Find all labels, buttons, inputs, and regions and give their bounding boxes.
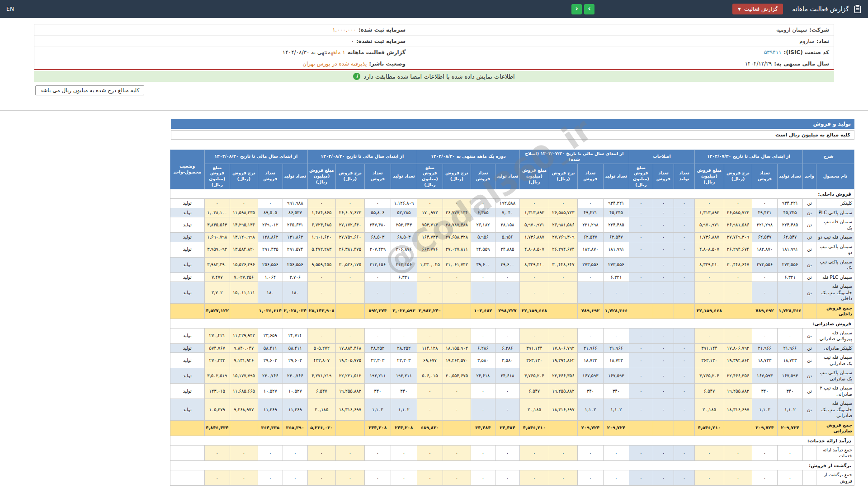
value-cell: ۷۸۹,۶۹۲	[577, 303, 603, 319]
product-status-cell: تولید	[170, 328, 204, 343]
value-cell: ۰	[629, 242, 653, 257]
value-cell: ۰	[549, 445, 577, 460]
unit-cell: تن	[802, 217, 816, 233]
value-cell: ۰	[653, 199, 674, 208]
product-name-cell: سیمان فله تیپ یک	[816, 217, 854, 233]
value-cell: ۰	[752, 328, 777, 343]
value-cell: ۲۴,۷۱۴	[283, 328, 307, 343]
desc-column-group: شرح	[802, 150, 854, 164]
value-cell: ۲۸,۷۸۷,۴۸۸	[443, 217, 471, 233]
value-cell: ۳۶۳,۱۳۰	[694, 353, 724, 368]
value-cell: ۱۹,۴۶۲,۵۷۰	[443, 353, 471, 368]
value-cell: ۱,۳۱۳,۸۹۳	[519, 208, 549, 217]
value-cell: ۸۹,۵۰۵	[258, 208, 283, 217]
value-cell: ۰	[674, 257, 694, 272]
value-cell: ۰	[417, 399, 443, 421]
sub-column-header: تعداد فروش	[653, 164, 674, 189]
value-cell: ۱۲۸,۸۶۲	[258, 233, 283, 242]
unit-cell: تن	[802, 199, 816, 208]
value-cell: ۰	[629, 368, 653, 384]
sub-column-header: تعداد فروش	[752, 164, 777, 189]
value-cell: ۴,۸۰۸,۵۰۷	[694, 242, 724, 257]
value-cell: ۲۴۴,۲۰۸	[364, 420, 391, 436]
value-cell: ۰	[653, 272, 674, 282]
value-cell: ۴,۸۰۸,۵۰۷	[519, 242, 549, 257]
product-row: کلینکرتن۹۳۴,۲۲۱۰۰۰۰۰۰۹۳۴,۲۲۱۰۰۰۱۹۲,۵۸۸۰۰…	[170, 199, 854, 208]
value-cell: ۲۶,۲۹۴,۶۷۴	[724, 242, 752, 257]
info-field: سرمایه ثبت شده:۱,۰۰۰,۰۰۰	[34, 24, 410, 35]
value-cell: ۲۰۹,۷۲۴	[752, 420, 777, 436]
value-cell: ۱۷۰,۹۷۲	[417, 208, 443, 217]
language-toggle-en[interactable]: EN	[6, 6, 14, 12]
value-cell: ۲۴,۸۸۵	[495, 242, 519, 257]
value-cell: ۱۹۲,۵۸۸	[495, 199, 519, 208]
value-cell: ۱۰۲,۶۸۲	[471, 303, 495, 319]
value-cell: ۰	[307, 445, 335, 460]
value-cell: ۰	[674, 282, 694, 304]
value-cell: ۳۹,۶۰۰	[495, 257, 519, 272]
value-cell: ۸۶,۵۳۷	[283, 208, 307, 217]
value-cell: ۰	[629, 282, 653, 304]
value-cell: ۰	[674, 353, 694, 368]
value-cell: ۰	[603, 445, 629, 460]
sub-column-header: مبلغ فروش (میلیون ریال)	[694, 164, 724, 189]
value-cell: ۲۹,۶۰۳	[283, 353, 307, 368]
value-cell: ۱۶۷,۵۹۳	[752, 368, 777, 384]
value-cell: ۱,۰۶۴	[258, 272, 283, 282]
total-row: جمع فروش صادراتی۲۰۹,۷۲۴۲۰۹,۷۲۴۴,۵۴۶,۲۱۰۲…	[170, 420, 854, 436]
sub-column-header: تعداد فروش	[364, 164, 391, 189]
value-cell: ۶,۳۲۱	[777, 272, 802, 282]
value-cell: ۰	[335, 282, 364, 304]
value-cell: ۰	[391, 328, 417, 343]
value-cell: ۲۷,۶۵۸,۳۲۸	[443, 233, 471, 242]
report-type-dropdown[interactable]: گزارش فعالیت ▼	[732, 4, 783, 14]
value-cell: ۰	[653, 470, 674, 486]
next-report-button[interactable]: ›	[584, 4, 594, 14]
value-cell: ۱۹۲,۲۱۱	[364, 368, 391, 384]
value-cell: ۲۰,۵۵۴,۶۷۵	[443, 368, 471, 384]
value-cell: ۰	[258, 470, 283, 486]
divider	[0, 110, 868, 111]
section-row: برگشت از فروش:	[170, 460, 854, 470]
value-cell: ۰	[204, 445, 230, 460]
value-cell: ۰	[674, 242, 694, 257]
value-cell: ۲۲۱,۲۹۸	[577, 217, 603, 233]
prev-report-button[interactable]: ‹	[571, 4, 582, 14]
product-name-cell: جمع فروش داخلی	[816, 303, 854, 319]
value-cell: ۱۵,۵۲۶,۳۹۶	[230, 257, 258, 272]
value-cell: ۱,۱۲۶,۸۰۹	[391, 199, 417, 208]
unit-cell: تن	[802, 343, 816, 353]
value-cell: ۱۷,۸۰۶,۷۹۲	[724, 343, 752, 353]
value-cell: ۰	[653, 343, 674, 353]
value-cell: ۷,۴۷۷	[204, 272, 230, 282]
value-cell: ۰	[495, 272, 519, 282]
value-cell: ۱۱,۶۸۵,۶۶۵	[230, 384, 258, 399]
value-cell: ۱۹,۳۹۴,۸۶۲	[549, 353, 577, 368]
value-cell: ۲۶,۷۷۷,۱۳۴	[443, 208, 471, 217]
value-cell: ۰	[519, 470, 549, 486]
value-cell: ۲۶,۵۸۵,۷۲۳	[549, 208, 577, 217]
value-cell: ۲۷,۱۷۲,۶۴۰	[335, 217, 364, 233]
value-cell: ۶۸,۵۰۳	[391, 233, 417, 242]
value-cell: ۷۵۳,۷۱۴	[417, 217, 443, 233]
sub-column-header: تعداد تولید	[391, 164, 417, 189]
sub-column-header: تعداد تولید	[603, 164, 629, 189]
value-cell: ۰	[364, 445, 391, 460]
value-cell: ۲۶,۳۸۱,۴۷۵	[335, 242, 364, 257]
unit-cell: تن	[802, 384, 816, 399]
value-cell: ۰	[417, 445, 443, 460]
value-cell: ۴,۸۴۶,۴۳۴	[204, 420, 230, 436]
value-cell: ۷,۰۲۷,۲۵۶	[230, 272, 258, 282]
value-cell: ۲۰,۱۸۵	[519, 399, 549, 421]
unit-cell: تن	[802, 233, 816, 242]
value-cell	[674, 420, 694, 436]
value-cell: ۰	[629, 233, 653, 242]
value-cell: ۹,۸۴۰,۰۴۷	[230, 343, 258, 353]
value-cell: ۰	[674, 208, 694, 217]
value-cell: ۰	[603, 470, 629, 486]
value-cell: ۱۱,۴۲۹,۹۴۲	[230, 328, 258, 343]
value-cell: ۲۰۹,۷۲۴	[577, 420, 603, 436]
value-cell: ۱,۰۳۸,۱۰۰	[204, 208, 230, 217]
report-type-label: گزارش فعالیت	[744, 6, 778, 12]
value-cell: ۰	[549, 328, 577, 343]
